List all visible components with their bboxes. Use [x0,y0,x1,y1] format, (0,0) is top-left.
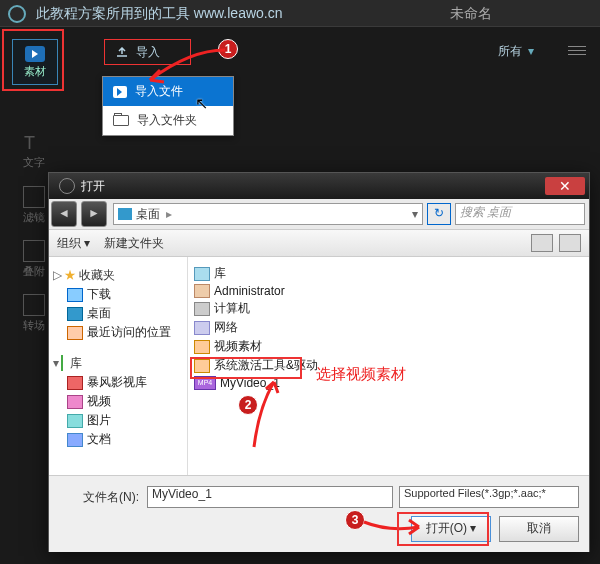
dialog-titlebar[interactable]: 打开 ✕ [49,173,589,199]
help-icon[interactable] [559,234,581,252]
document-icon [67,433,83,447]
filter-icon [23,186,45,208]
file-item[interactable]: 视频素材 [194,338,583,355]
import-folder-item[interactable]: 导入文件夹 [103,106,233,135]
picture-icon [67,414,83,428]
network-icon [194,321,210,335]
step-badge-2: 2 [238,395,258,415]
file-item[interactable]: 库 [194,265,583,282]
recent-item[interactable]: 最近访问的位置 [67,324,183,341]
desktop-icon [67,307,83,321]
dialog-title-text: 打开 [81,178,105,195]
downloads-item[interactable]: 下载 [67,286,183,303]
back-button[interactable]: ◄ [51,201,77,227]
filename-input[interactable]: MyVideo_1 [147,486,393,508]
filetype-combo[interactable]: Supported Files(*.3gp;*.aac;* [399,486,579,508]
import-file-item[interactable]: 导入文件 [103,77,233,106]
download-icon [67,288,83,302]
dialog-sidebar: ▷★ 收藏夹 下载 桌面 最近访问的位置 ▾ 库 暴风影视库 视频 图片 文档 [49,257,188,475]
library-group[interactable]: ▾ 库 [53,355,183,372]
annotation-text: 选择视频素材 [316,365,406,384]
mp4-file-icon: MP4 [194,376,216,390]
organize-menu[interactable]: 组织 ▾ [57,235,90,252]
app-icon [8,5,26,23]
desktop-icon [118,208,132,220]
new-folder-button[interactable]: 新建文件夹 [104,235,164,252]
baofeng-icon [67,376,83,390]
step-badge-1: 1 [218,39,238,59]
title-text: 此教程方案所用到的工具 www.leawo.cn [36,5,283,21]
recent-icon [67,326,83,340]
play-icon [25,46,45,62]
path-dropdown-icon[interactable]: ▾ [412,207,418,221]
text-icon: T [24,133,44,153]
file-list: 库 Administrator 计算机 网络 视频素材 系统激活工具&驱动 MP… [188,257,589,475]
file-play-icon [113,86,127,98]
video-icon [67,395,83,409]
picture-lib-item[interactable]: 图片 [67,412,183,429]
document-lib-item[interactable]: 文档 [67,431,183,448]
import-button[interactable]: 导入 [104,39,191,65]
mouse-cursor-icon: ↖ [195,94,208,113]
import-dropdown: 导入文件 导入文件夹 [102,76,234,136]
material-label: 素材 [24,64,46,79]
baofeng-lib-item[interactable]: 暴风影视库 [67,374,183,391]
computer-icon [194,302,210,316]
filter-all-dropdown[interactable]: 所有 [490,41,554,62]
step-badge-3: 3 [345,510,365,530]
untitled-tab[interactable]: 未命名 [450,0,492,26]
open-file-dialog: 打开 ✕ ◄ ► 桌面 ▸ ▾ ↻ 搜索 桌面 组织 ▾ 新建文件夹 ▷★ 收藏… [48,172,590,552]
folder-icon [194,359,210,373]
overlay-icon [23,240,45,262]
dialog-icon [59,178,75,194]
file-item[interactable]: Administrator [194,284,583,298]
close-button[interactable]: ✕ [545,177,585,195]
import-icon [115,47,129,59]
view-mode-icon[interactable] [531,234,553,252]
sidebar-item-material[interactable]: 素材 [12,39,58,85]
path-bar[interactable]: 桌面 ▸ ▾ [113,203,423,225]
dialog-toolbar: 组织 ▾ 新建文件夹 [49,230,589,257]
dialog-bottom: 文件名(N): MyVideo_1 Supported Files(*.3gp;… [49,475,589,552]
sidebar-item-text[interactable]: T文字 [12,127,56,175]
cancel-button[interactable]: 取消 [499,516,579,542]
dialog-nav: ◄ ► 桌面 ▸ ▾ ↻ 搜索 桌面 [49,199,589,230]
desktop-item[interactable]: 桌面 [67,305,183,322]
transition-icon [23,294,45,316]
app-titlebar: 此教程方案所用到的工具 www.leawo.cn 未命名 [0,0,600,27]
file-item[interactable]: 网络 [194,319,583,336]
folder-icon [113,115,129,126]
library-icon [194,267,210,281]
library-icon [61,355,63,371]
folder-icon [194,340,210,354]
forward-button[interactable]: ► [81,201,107,227]
video-lib-item[interactable]: 视频 [67,393,183,410]
file-item[interactable]: 计算机 [194,300,583,317]
filename-label: 文件名(N): [59,489,139,506]
user-icon [194,284,210,298]
refresh-button[interactable]: ↻ [427,203,451,225]
favorites-group[interactable]: ▷★ 收藏夹 [53,267,183,284]
chevron-right-icon: ▸ [166,207,172,221]
view-list-icon[interactable] [568,43,586,57]
search-input[interactable]: 搜索 桌面 [455,203,585,225]
open-button[interactable]: 打开(O) ▾ [411,516,491,542]
